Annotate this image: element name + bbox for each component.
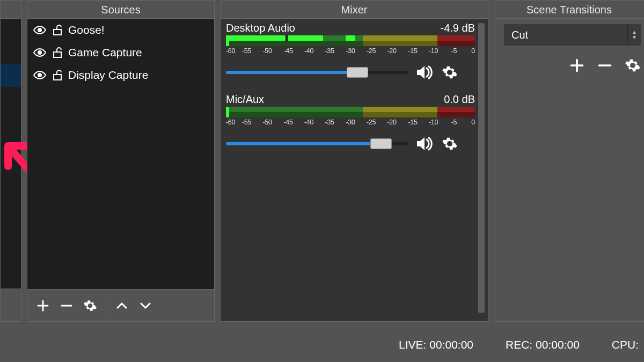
scrollbar-thumb[interactable] [478, 23, 485, 313]
source-label: Display Capture [68, 69, 209, 82]
meter-ticks: -60 -55 -50 -45 -40 -35 -30 -25 -20 -15 … [226, 47, 475, 57]
scenes-body [1, 19, 21, 321]
status-live: LIVE: 00:00:00 [399, 338, 473, 351]
mixer-header: Mixer [221, 1, 488, 19]
move-source-up-button[interactable] [114, 298, 130, 314]
source-label: Game Capture [68, 46, 209, 59]
gear-icon[interactable] [442, 136, 458, 152]
scene-transitions-header: Scene Transitions [494, 1, 644, 19]
transition-select-value: Cut [504, 24, 628, 46]
source-row[interactable]: Goose! [27, 19, 214, 41]
status-cpu: CPU: [612, 338, 639, 351]
status-rec: REC: 00:00:00 [506, 338, 580, 351]
sources-toolbar [27, 289, 214, 321]
transition-properties-button[interactable] [625, 57, 641, 73]
plus-icon [36, 299, 49, 312]
mixer-scrollbar[interactable] [477, 22, 486, 318]
source-label: Goose! [68, 24, 209, 36]
mixer-channel: Mic/Aux 0.0 dB -60 -55 -50 -45 -40 -35 - [226, 93, 475, 152]
scene-transitions-panel: Scene Transitions Cut ▲▼ [494, 0, 644, 322]
add-transition-button[interactable] [569, 57, 585, 73]
eye-icon[interactable] [33, 25, 47, 35]
minus-icon [60, 299, 73, 312]
move-source-down-button[interactable] [137, 298, 153, 314]
remove-transition-button[interactable] [597, 57, 613, 73]
scenes-panel [0, 0, 21, 322]
scenes-header [1, 1, 21, 19]
mixer-channel: Desktop Audio -4.9 dB -60 -55 -50 -45 [226, 22, 475, 80]
meter-ticks: -60 -55 -50 -45 -40 -35 -30 -25 -20 -15 … [226, 119, 475, 128]
sources-header: Sources [27, 1, 214, 19]
volume-slider[interactable] [226, 67, 408, 78]
scenes-toolbar [1, 289, 21, 321]
gear-icon [83, 299, 97, 313]
audio-meter [226, 35, 475, 46]
lock-open-icon[interactable] [52, 69, 63, 81]
lock-open-icon[interactable] [52, 47, 63, 58]
sources-body: Goose! Game Capture Display Capture [27, 19, 214, 321]
audio-meter [226, 107, 475, 117]
gear-icon [625, 57, 641, 73]
transition-select[interactable]: Cut ▲▼ [504, 24, 641, 46]
plus-icon [569, 58, 584, 73]
mixer-panel: Mixer Desktop Audio -4.9 dB -60 [220, 0, 488, 322]
eye-icon[interactable] [33, 70, 47, 80]
speaker-icon[interactable] [416, 136, 434, 151]
mixer-channel-db: 0.0 dB [444, 93, 475, 106]
scene-row[interactable] [1, 42, 21, 64]
gear-icon[interactable] [442, 64, 458, 80]
source-row[interactable]: Display Capture [27, 64, 214, 86]
source-properties-button[interactable] [82, 298, 98, 314]
updown-icon: ▲▼ [628, 24, 641, 46]
speaker-icon[interactable] [416, 65, 434, 80]
chevron-up-icon [115, 299, 128, 312]
svg-point-3 [38, 73, 42, 77]
scene-row[interactable] [1, 19, 21, 42]
minus-icon [597, 58, 612, 73]
mixer-channel-db: -4.9 dB [441, 22, 475, 34]
source-row[interactable]: Game Capture [27, 41, 214, 64]
mixer-channel-name: Mic/Aux [226, 93, 264, 106]
remove-source-button[interactable] [58, 298, 75, 314]
scene-transitions-body: Cut ▲▼ [494, 19, 644, 321]
toolbar-separator [106, 296, 106, 315]
eye-icon[interactable] [33, 47, 47, 58]
mixer-channel-name: Desktop Audio [226, 22, 295, 34]
sources-panel: Sources Goose! Game Capture [27, 0, 215, 322]
mixer-body: Desktop Audio -4.9 dB -60 -55 -50 -45 [221, 19, 488, 321]
svg-point-1 [38, 28, 42, 32]
svg-point-2 [38, 50, 42, 55]
status-bar: LIVE: 00:00:00 REC: 00:00:00 CPU: [0, 327, 644, 362]
mixer-scroll-host: Desktop Audio -4.9 dB -60 -55 -50 -45 [226, 22, 486, 318]
volume-slider[interactable] [226, 138, 408, 149]
scene-row-selected[interactable] [1, 64, 21, 87]
chevron-down-icon [139, 299, 152, 312]
add-source-button[interactable] [35, 298, 51, 314]
lock-open-icon[interactable] [52, 24, 63, 36]
